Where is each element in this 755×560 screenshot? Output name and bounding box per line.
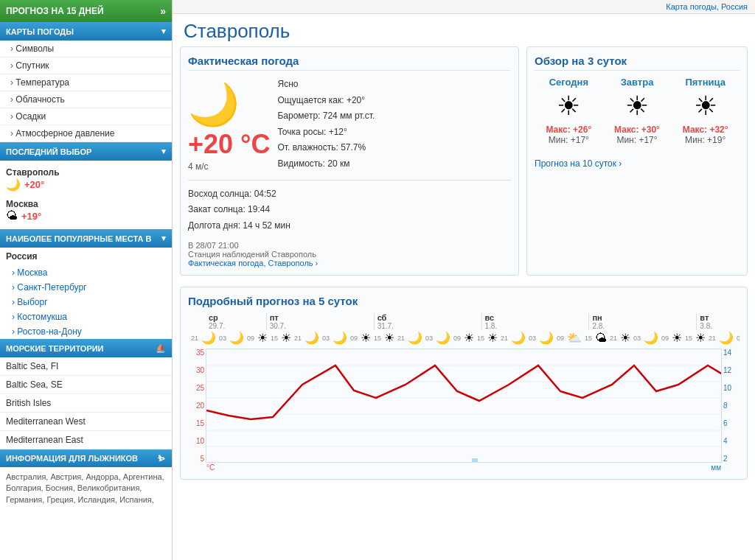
overview-days: Сегодня ☀ Макс: +26° Мин: +17° Завтра ☀ …: [535, 77, 740, 145]
axis-left-label: °С: [206, 463, 215, 472]
day-today-max: Макс: +26°: [535, 125, 603, 135]
weather-wind: 4 м/с: [188, 161, 270, 172]
day-today-icon: ☀: [535, 91, 603, 122]
icon-moon-1: 🌙: [201, 331, 216, 345]
forecast-5-section: Подробный прогноз на 5 суток ср 29.7. пт…: [180, 287, 748, 480]
recent-arrow: ▾: [161, 147, 166, 156]
marine-med-west[interactable]: Mediterranean West: [0, 413, 172, 431]
time-15-5: 15: [682, 335, 695, 342]
nav-symbols[interactable]: Символы: [0, 41, 172, 57]
y-4: 4: [723, 437, 740, 445]
main-content: Карта погоды, Россия Ставрополь Фактичес…: [173, 0, 755, 560]
top-content-grid: Фактическая погода 🌙 +20 °C 4 м/с Ясно О…: [173, 46, 755, 283]
overview-title: Обзор на 3 суток: [535, 55, 740, 71]
recent-label: ПОСЛЕДНИЙ ВЫБОР: [6, 147, 91, 156]
nav-pressure[interactable]: Атмосферное давление: [0, 125, 172, 142]
actual-link[interactable]: Фактическая погода, Ставрополь ›: [188, 259, 318, 267]
recent-moscow[interactable]: Москва 🌤 +19°: [6, 197, 166, 225]
forecast-10-link[interactable]: Прогноз на 10 суток ›: [535, 158, 622, 169]
icon-moon-2: 🌙: [305, 331, 319, 345]
icon-sun-6: ☀: [464, 331, 474, 345]
day-today: Сегодня ☀ Макс: +26° Мин: +17°: [535, 77, 603, 145]
recent-cities: Ставрополь 🌙 +20° Москва 🌤 +19°: [0, 161, 172, 229]
sunset: Закат солнца: 19:44: [188, 202, 511, 218]
weather-temp: +20 °C: [188, 129, 270, 160]
marine-british[interactable]: British Isles: [0, 394, 172, 413]
forecast-5-title: Подробный прогноз на 5 суток: [188, 295, 740, 307]
city-kostomuksha[interactable]: Костомукша: [0, 309, 172, 324]
popular-header[interactable]: НАИБОЛЕЕ ПОПУЛЯРНЫЕ МЕСТА В ▾: [0, 229, 172, 248]
icon-sun-2: ☀: [257, 331, 268, 345]
icon-moon-7: 🌙: [539, 331, 554, 345]
day-пт-label: пт: [270, 313, 374, 322]
time-21-5: 21: [607, 335, 620, 342]
icon-moon-4: 🌙: [408, 331, 422, 345]
visibility: Видимость: 20 км: [277, 156, 375, 172]
day-вт-date: 3.8.: [700, 322, 740, 330]
ski-header[interactable]: ИНФОРМАЦИЯ ДЛЯ ЛЫЖНИКОВ ⛷: [0, 449, 172, 467]
chart-wrapper: 35 30 25 20 15 10 5: [188, 349, 740, 463]
day-friday-icon: ☀: [671, 91, 740, 122]
marine-icon: ⛵: [156, 343, 166, 353]
weather-sun: Восход солнца: 04:52 Закат солнца: 19:44…: [188, 180, 511, 234]
day-ср-label: ср: [209, 313, 265, 322]
day-today-name: Сегодня: [535, 77, 603, 88]
nav-precipitation[interactable]: Осадки: [0, 108, 172, 125]
maps-header[interactable]: КАРТЫ ПОГОДЫ ▾: [0, 22, 172, 41]
nav-satellite[interactable]: Спутник: [0, 57, 172, 74]
forecast-icons-row: 21 🌙 03 🌙 09 ☀ 15 ☀ 21 🌙 03 🌙 09 ☀ 15: [188, 331, 740, 345]
marine-baltic-se[interactable]: Baltic Sea, SE: [0, 376, 172, 394]
recent-header[interactable]: ПОСЛЕДНИЙ ВЫБОР ▾: [0, 142, 172, 161]
forecast-15-label: ПРОГНОЗ НА 15 ДНЕЙ: [6, 6, 104, 16]
y-axis-right: 14 12 10 8 6 4 2: [722, 349, 740, 463]
forecast-days-header: ср 29.7. пт 30.7. сб 31.7. вс 1.8. пн 2.…: [188, 313, 740, 330]
city-vyborg[interactable]: Выборг: [0, 295, 172, 309]
nav-temperature[interactable]: Температура: [0, 74, 172, 91]
weather-main: 🌙 +20 °C 4 м/с Ясно Ощущается как: +20° …: [188, 77, 511, 172]
y-35: 35: [188, 349, 204, 357]
icon-sun-9: ☀: [695, 331, 706, 345]
y-5: 5: [188, 455, 204, 463]
icon-moon-9: 🌙: [644, 331, 658, 345]
y-10: 10: [188, 437, 204, 445]
ski-countries: Австралия, Австрия, Андорра, Аргентина, …: [0, 467, 172, 510]
temp-line: [206, 365, 722, 419]
y-axis-left: 35 30 25 20 15 10 5: [188, 349, 206, 463]
precip-bar-1: [472, 458, 478, 463]
marine-baltic-fi[interactable]: Baltic Sea, FI: [0, 357, 172, 376]
day-tomorrow-name: Завтра: [603, 77, 672, 88]
nav-items: Символы Спутник Температура Облачность О…: [0, 41, 172, 142]
temperature-chart: [206, 349, 722, 463]
city-moscow[interactable]: Москва: [0, 265, 172, 280]
nav-clouds[interactable]: Облачность: [0, 91, 172, 108]
time-15-4: 15: [582, 335, 595, 342]
map-link[interactable]: Карта погоды, Россия: [173, 0, 755, 14]
time-09-1: 09: [244, 335, 257, 342]
y-30: 30: [188, 366, 204, 374]
city-spb[interactable]: Санкт-Петербург: [0, 280, 172, 295]
forecast-15-header[interactable]: ПРОГНОЗ НА 15 ДНЕЙ »: [0, 0, 172, 22]
time-21-6: 21: [706, 335, 719, 342]
day-tomorrow: Завтра ☀ Макс: +30° Мин: +17°: [603, 77, 672, 145]
popular-label: НАИБОЛЕЕ ПОПУЛЯРНЫЕ МЕСТА В: [6, 234, 151, 243]
day-friday-min: Мин: +19°: [671, 135, 740, 145]
y-20: 20: [188, 402, 204, 410]
y-6: 6: [723, 419, 740, 427]
day-friday-name: Пятница: [671, 77, 740, 88]
axis-right-label: мм: [711, 463, 721, 472]
day-пн-label: пн: [592, 313, 696, 322]
city-rostov[interactable]: Ростов-на-Дону: [0, 324, 172, 339]
day-вс-label: вс: [485, 313, 589, 322]
day-friday: Пятница ☀ Макс: +32° Мин: +19°: [671, 77, 740, 145]
y-2: 2: [723, 455, 740, 463]
time-09-4: 09: [554, 335, 567, 342]
marine-header[interactable]: МОРСКИЕ ТЕРРИТОРИИ ⛵: [0, 339, 172, 357]
icon-cloud-2: 🌤: [595, 332, 607, 345]
weather-details: Ясно Ощущается как: +20° Барометр: 724 м…: [277, 77, 375, 172]
recent-stavropol[interactable]: Ставрополь 🌙 +20°: [6, 165, 166, 194]
icon-moon-5: 🌙: [436, 331, 450, 345]
moscow-icon: 🌤: [6, 209, 18, 223]
ski-label: ИНФОРМАЦИЯ ДЛЯ ЛЫЖНИКОВ: [6, 454, 138, 463]
day-tomorrow-min: Мин: +17°: [603, 135, 672, 145]
marine-med-east[interactable]: Mediterranean East: [0, 431, 172, 449]
